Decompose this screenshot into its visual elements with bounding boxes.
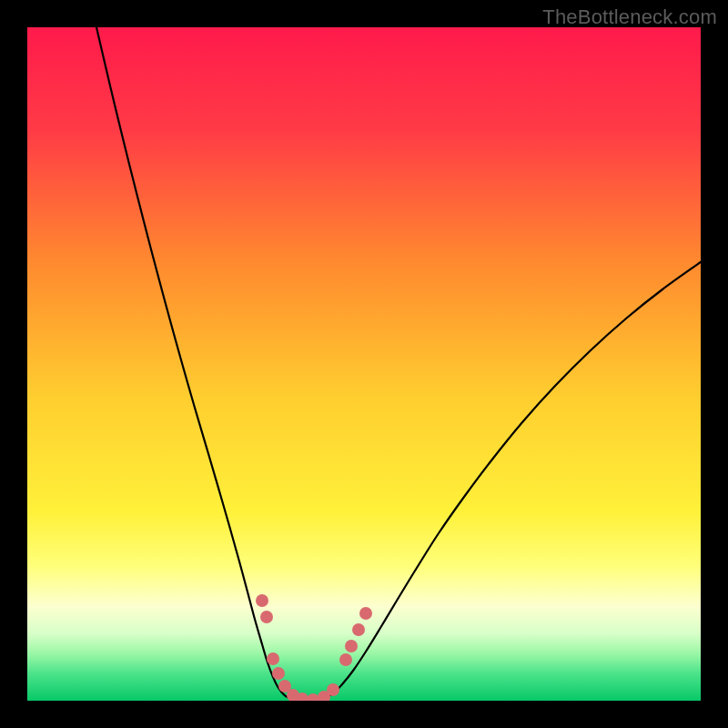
marker-dot bbox=[260, 611, 273, 623]
marker-dot bbox=[339, 653, 352, 666]
marker-dot bbox=[345, 640, 358, 652]
marker-dot bbox=[267, 652, 279, 665]
outer-frame: TheBottleneck.com bbox=[0, 0, 728, 728]
gradient-background bbox=[27, 27, 701, 701]
marker-dot bbox=[359, 607, 372, 620]
watermark-text: TheBottleneck.com bbox=[542, 5, 717, 29]
marker-dot bbox=[256, 594, 268, 607]
plot-area bbox=[27, 27, 701, 701]
chart-svg bbox=[27, 27, 701, 701]
marker-dot bbox=[272, 667, 285, 680]
marker-dot bbox=[327, 683, 339, 696]
marker-dot bbox=[352, 623, 365, 636]
